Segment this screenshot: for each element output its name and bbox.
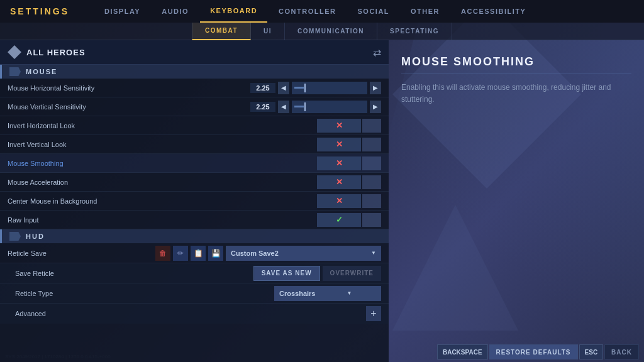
reticle-type-row: Reticle Type Crosshairs ▼ — [0, 283, 389, 304]
swap-icon[interactable]: ⇄ — [373, 47, 381, 58]
reticle-preset-dropdown[interactable]: Custom Save2 ▼ — [226, 246, 381, 261]
nav-tabs: DISPLAY AUDIO KEYBOARD CONTROLLER SOCIAL… — [94, 0, 634, 23]
reticle-type-label: Reticle Type — [15, 290, 274, 297]
mouse-section-title: MOUSE — [26, 68, 57, 75]
section-tab-mouse — [9, 67, 21, 76]
mouse-section-header: MOUSE — [0, 65, 389, 79]
invert-v-toggle[interactable]: ✕ — [317, 138, 381, 151]
invert-h-label: Invert Horizontal Look — [8, 122, 317, 129]
hero-icon — [8, 45, 21, 59]
save-reticle-label: Save Reticle — [15, 270, 253, 277]
reticle-type-value: Crosshairs — [279, 290, 315, 297]
setting-center-mouse: Center Mouse in Background ✕ — [0, 192, 389, 211]
info-panel-description: Enabling this will activate mouse smooth… — [401, 82, 631, 106]
tab-keyboard[interactable]: KEYBOARD — [200, 0, 267, 23]
v-sens-right-arrow[interactable]: ▶ — [370, 101, 381, 113]
v-sens-slider-control: 2.25 ◀ ▶ — [250, 101, 381, 113]
mouse-h-sens-label: Mouse Horizontal Sensitivity — [8, 84, 250, 92]
sub-tabs: COMBAT UI COMMUNICATION SPECTATING — [0, 23, 644, 40]
tab-other[interactable]: OTHER — [401, 0, 450, 23]
raw-input-toggle-right — [362, 213, 381, 227]
reticle-save-button[interactable]: 💾 — [208, 246, 223, 261]
invert-v-label: Invert Vertical Look — [8, 141, 317, 148]
hud-section-header: HUD — [0, 229, 389, 243]
mouse-accel-toggle-right — [362, 175, 381, 189]
v-sens-left-arrow[interactable]: ◀ — [278, 101, 289, 113]
v-sens-track[interactable] — [292, 101, 367, 113]
h-sens-track[interactable] — [292, 82, 367, 94]
top-bar: SETTINGS DISPLAY AUDIO KEYBOARD CONTROLL… — [0, 0, 644, 23]
subtab-communication[interactable]: COMMUNICATION — [285, 23, 377, 40]
invert-v-toggle-right — [362, 138, 381, 151]
center-mouse-toggle-right — [362, 194, 381, 208]
save-reticle-row: Save Reticle SAVE AS NEW OVERWRITE — [0, 263, 389, 283]
setting-mouse-v-sens: Mouse Vertical Sensitivity 2.25 ◀ ▶ — [0, 97, 389, 116]
raw-input-label: Raw Input — [8, 216, 317, 224]
setting-invert-v: Invert Vertical Look ✕ — [0, 135, 389, 154]
mouse-smoothing-label: Mouse Smoothing — [8, 160, 317, 167]
mouse-smoothing-toggle[interactable]: ✕ — [317, 156, 381, 170]
overwrite-button[interactable]: OVERWRITE — [323, 266, 381, 281]
reticle-dropdown-arrow: ▼ — [371, 250, 376, 256]
center-mouse-checkbox[interactable]: ✕ — [317, 194, 361, 208]
section-tab-hud — [9, 232, 21, 241]
back-button[interactable]: BACK — [604, 344, 639, 359]
tab-display[interactable]: DISPLAY — [94, 0, 150, 23]
center-mouse-label: Center Mouse in Background — [8, 197, 317, 205]
tab-audio[interactable]: AUDIO — [152, 0, 199, 23]
backspace-key: BACKSPACE — [437, 344, 488, 359]
raw-input-toggle[interactable]: ✓ — [317, 213, 381, 227]
h-sens-left-arrow[interactable]: ◀ — [278, 82, 289, 94]
info-panel-title: MOUSE SMOOTHING — [401, 55, 631, 74]
reticle-type-dropdown-arrow: ▼ — [347, 290, 352, 296]
mouse-accel-checkbox[interactable]: ✕ — [317, 175, 361, 189]
setting-mouse-smoothing: Mouse Smoothing ✕ — [0, 154, 389, 173]
mouse-smoothing-checkbox[interactable]: ✕ — [317, 156, 361, 170]
advanced-expand-button[interactable]: + — [366, 306, 381, 321]
tab-controller[interactable]: CONTROLLER — [269, 0, 346, 23]
setting-mouse-accel: Mouse Acceleration ✕ — [0, 173, 389, 192]
left-panel: ALL HEROES ⇄ MOUSE Mouse Horizontal Sens… — [0, 40, 389, 362]
reticle-delete-button[interactable]: 🗑 — [155, 246, 170, 261]
advanced-row: Advanced + — [0, 304, 389, 324]
invert-h-toggle[interactable]: ✕ — [317, 119, 381, 133]
main-content: ALL HEROES ⇄ MOUSE Mouse Horizontal Sens… — [0, 40, 644, 362]
tab-social[interactable]: SOCIAL — [347, 0, 399, 23]
center-mouse-toggle[interactable]: ✕ — [317, 194, 381, 208]
mouse-accel-label: Mouse Acceleration — [8, 178, 317, 186]
v-sens-value: 2.25 — [250, 102, 275, 112]
mouse-smoothing-toggle-right — [362, 156, 381, 170]
reticle-preset-value: Custom Save2 — [231, 250, 279, 257]
mouse-accel-toggle[interactable]: ✕ — [317, 175, 381, 189]
bottom-bar: BACKSPACE RESTORE DEFAULTS ESC BACK — [432, 342, 644, 362]
h-sens-value: 2.25 — [250, 83, 275, 93]
hero-name: ALL HEROES — [26, 48, 368, 57]
setting-raw-input: Raw Input ✓ — [0, 211, 389, 229]
subtab-spectating[interactable]: SPECTATING — [377, 23, 452, 40]
h-sens-right-arrow[interactable]: ▶ — [370, 82, 381, 94]
setting-mouse-h-sens: Mouse Horizontal Sensitivity 2.25 ◀ ▶ — [0, 79, 389, 97]
reticle-save-row: Reticle Save 🗑 ✏ 📋 💾 Custom Save2 ▼ — [0, 243, 389, 263]
invert-h-toggle-right — [362, 119, 381, 133]
advanced-label: Advanced — [15, 310, 366, 317]
reticle-icons: 🗑 ✏ 📋 💾 — [155, 246, 223, 261]
hero-selector[interactable]: ALL HEROES ⇄ — [0, 40, 389, 65]
raw-input-checkbox[interactable]: ✓ — [317, 213, 361, 227]
subtab-combat[interactable]: COMBAT — [192, 23, 251, 40]
h-sens-slider-control: 2.25 ◀ ▶ — [250, 82, 381, 94]
reticle-type-dropdown[interactable]: Crosshairs ▼ — [274, 286, 381, 301]
invert-h-checkbox[interactable]: ✕ — [317, 119, 361, 133]
esc-key: ESC — [579, 344, 604, 359]
reticle-save-label: Reticle Save — [8, 250, 153, 257]
reticle-copy-button[interactable]: 📋 — [191, 246, 206, 261]
save-as-new-button[interactable]: SAVE AS NEW — [253, 266, 320, 281]
restore-defaults-button[interactable]: RESTORE DEFAULTS — [489, 344, 578, 359]
reticle-edit-button[interactable]: ✏ — [173, 246, 188, 261]
app-title: SETTINGS — [10, 6, 69, 16]
setting-invert-h: Invert Horizontal Look ✕ — [0, 116, 389, 135]
mouse-v-sens-label: Mouse Vertical Sensitivity — [8, 103, 250, 111]
subtab-ui[interactable]: UI — [251, 23, 285, 40]
invert-v-checkbox[interactable]: ✕ — [317, 138, 361, 151]
tab-accessibility[interactable]: ACCESSIBILITY — [451, 0, 536, 23]
right-panel: MOUSE SMOOTHING Enabling this will activ… — [389, 40, 644, 362]
